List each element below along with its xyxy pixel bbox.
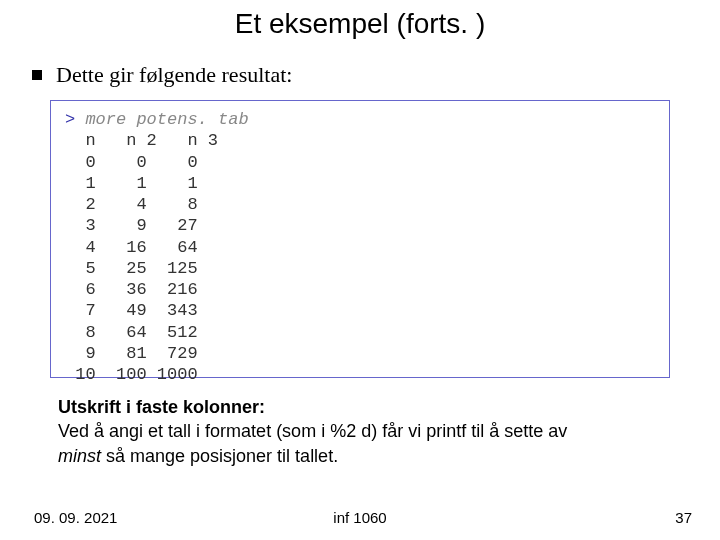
table-row: 4 16 64: [65, 237, 655, 258]
footer-page-number: 37: [675, 509, 692, 526]
slide: Et eksempel (forts. ) Dette gir følgende…: [0, 0, 720, 540]
terminal-output: > more potens. tab n n 2 n 3 0 0 0 1 1 1…: [50, 100, 670, 378]
table-row: 1 1 1: [65, 173, 655, 194]
caption-line-2: Ved å angi et tall i formatet (som i %2 …: [58, 421, 567, 441]
command-line: > more potens. tab: [65, 109, 655, 130]
table-row: 5 25 125: [65, 258, 655, 279]
prompt-symbol: >: [65, 110, 75, 129]
caption-emph: minst: [58, 446, 101, 466]
command-text: more potens. tab: [85, 110, 248, 129]
table-row: 0 0 0: [65, 152, 655, 173]
bullet-row: Dette gir følgende resultat:: [32, 62, 292, 88]
table-row: 7 49 343: [65, 300, 655, 321]
caption-heading: Utskrift i faste kolonner:: [58, 397, 265, 417]
caption: Utskrift i faste kolonner: Ved å angi et…: [58, 395, 668, 468]
footer-course: inf 1060: [0, 509, 720, 526]
table-row: 8 64 512: [65, 322, 655, 343]
bullet-icon: [32, 70, 42, 80]
table-row: 10 100 1000: [65, 364, 655, 385]
caption-line-3-rest: så mange posisjoner til tallet.: [101, 446, 338, 466]
table-row: 3 9 27: [65, 215, 655, 236]
table-row: 6 36 216: [65, 279, 655, 300]
table-row: 2 4 8: [65, 194, 655, 215]
slide-title: Et eksempel (forts. ): [0, 8, 720, 40]
bullet-text: Dette gir følgende resultat:: [56, 62, 292, 88]
table-header: n n 2 n 3: [65, 130, 655, 151]
table-row: 9 81 729: [65, 343, 655, 364]
